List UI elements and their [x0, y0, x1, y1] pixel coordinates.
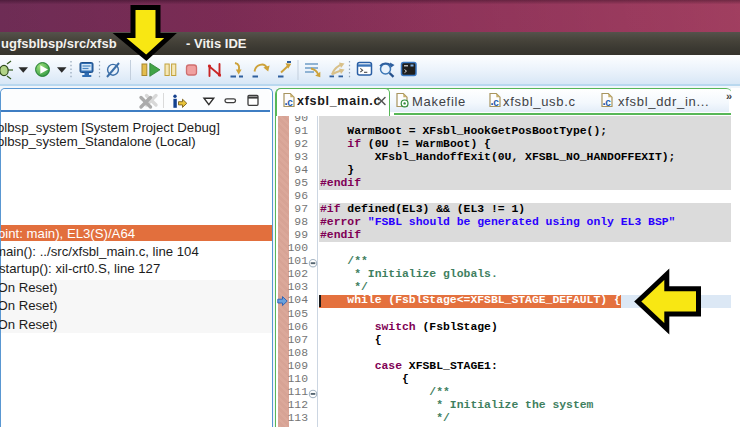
svg-text:c: c: [605, 97, 611, 108]
svg-text:c: c: [493, 97, 499, 108]
svg-text:c: c: [287, 97, 293, 108]
